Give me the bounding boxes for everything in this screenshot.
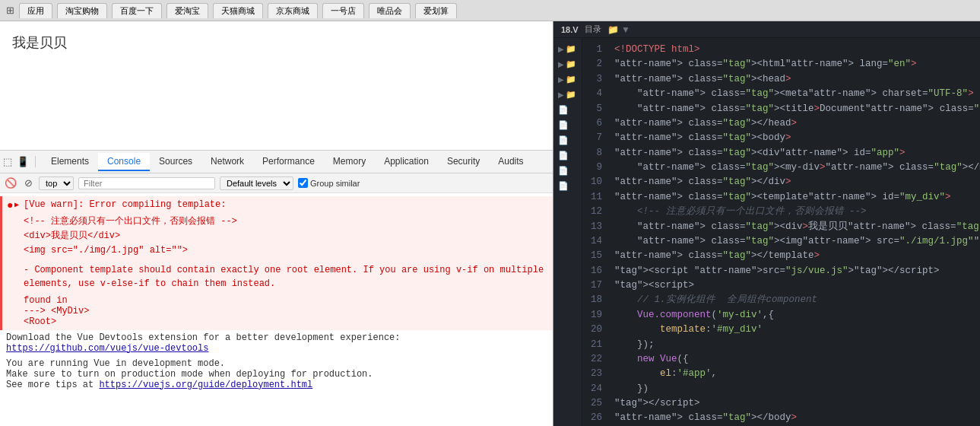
tab-performance[interactable]: Performance xyxy=(253,153,324,171)
file-tree-item-4[interactable]: ▶ 📁 xyxy=(553,87,582,102)
context-select[interactable]: top xyxy=(39,176,74,190)
tab-aihua[interactable]: 爱划算 xyxy=(415,3,457,18)
apps-icon[interactable]: ⊞ xyxy=(6,5,14,16)
file-tree-item-5[interactable]: 📄 xyxy=(553,102,582,117)
file-tree: ▶ 📁 ▶ 📁 ▶ 📁 ▶ 📁 📄 xyxy=(553,38,582,426)
code-line: "attr-name"> class="tag"><html"attr-name… xyxy=(614,57,980,72)
folder-icon-3: 📁 xyxy=(566,75,576,84)
info-devtools-download: Download the Vue Devtools extension for … xyxy=(0,330,553,356)
file-tree-item-1[interactable]: ▶ 📁 xyxy=(553,41,582,56)
deployment-link[interactable]: https://vuejs.org/guide/deployment.html xyxy=(99,380,312,390)
editor-version-label: 18.V xyxy=(561,25,579,34)
tab-yihao[interactable]: 一号店 xyxy=(322,3,364,18)
console-error-block: ● ▶ [Vue warn]: Error compiling template… xyxy=(0,196,553,330)
error-code-line-2: <div>我是贝贝</div> xyxy=(24,229,547,243)
folder-arrow-2: ▶ xyxy=(558,60,564,68)
error-found-text: found in xyxy=(24,295,547,306)
file-tree-item-9[interactable]: 📄 xyxy=(553,163,582,178)
tab-vip[interactable]: 唯品会 xyxy=(369,3,411,18)
code-line: <!DOCTYPE html> xyxy=(614,43,980,57)
file-icon-5: 📄 xyxy=(558,166,569,176)
file-tree-item-2[interactable]: ▶ 📁 xyxy=(553,56,582,72)
group-similar-text: Group similar xyxy=(310,179,360,188)
tab-sources[interactable]: Sources xyxy=(150,153,201,171)
editor-main-area: ▶ 📁 ▶ 📁 ▶ 📁 ▶ 📁 📄 xyxy=(553,38,980,426)
block-button[interactable]: ⊘ xyxy=(23,176,34,190)
code-line: "attr-name"> class="tag"><template"attr-… xyxy=(614,190,980,205)
folder-arrow-1: ▶ xyxy=(558,45,564,53)
tab-console[interactable]: Console xyxy=(98,153,150,171)
code-line: "attr-name"> class="tag"><my-div>"attr-n… xyxy=(614,161,980,175)
code-line: }) xyxy=(614,382,980,396)
file-tree-item-8[interactable]: 📄 xyxy=(553,148,582,163)
error-main-message: [Vue warn]: Error compiling template: xyxy=(24,199,547,210)
tab-network[interactable]: Network xyxy=(201,153,253,171)
code-line: "attr-name"> class="tag"><img"attr-name"… xyxy=(614,234,980,249)
error-description: - Component template should contain exac… xyxy=(24,263,547,291)
file-tree-item-7[interactable]: 📄 xyxy=(553,132,582,148)
file-tree-item-3[interactable]: ▶ 📁 xyxy=(553,72,582,87)
browser-topbar: ⊞ 应用 淘宝购物 百度一下 爱淘宝 天猫商城 京东商城 一号店 唯品会 爱划算 xyxy=(0,0,980,21)
code-line: "attr-name"> class="tag"></div> xyxy=(614,175,980,189)
group-similar-checkbox[interactable] xyxy=(298,178,308,188)
error-expand-icon[interactable]: ▶ xyxy=(14,200,19,209)
devtools-download-text: Download the Vue Devtools extension for … xyxy=(6,332,400,343)
file-icon-4: 📄 xyxy=(558,151,569,161)
file-tree-item-6[interactable]: 📄 xyxy=(553,117,582,132)
code-line: "tag"></script> xyxy=(614,396,980,411)
code-line: "tag"><script "attr-name">src="js/vue.js… xyxy=(614,264,980,278)
code-line: "attr-name"> class="tag"><body> xyxy=(614,131,980,145)
browser-content: 我是贝贝 xyxy=(0,21,553,151)
code-line: "attr-name"> class="tag"><div>我是贝贝"attr-… xyxy=(614,220,980,234)
code-line: "attr-name"> class="tag"><div"attr-name"… xyxy=(614,146,980,161)
devtools-icon-group: ⬚ 📱 xyxy=(3,156,36,167)
info-production-mode: You are running Vue in development mode.… xyxy=(0,356,553,393)
devtools-panel: ⬚ 📱 Elements Console Sources Network Per… xyxy=(0,151,553,426)
file-tree-item-10[interactable]: 📄 xyxy=(553,178,582,193)
code-line: new Vue({ xyxy=(614,352,980,367)
main-layout: 我是贝贝 ⬚ 📱 Elements Console Sources Networ… xyxy=(0,21,980,426)
clear-console-button[interactable]: 🚫 xyxy=(3,176,18,190)
tab-taobao[interactable]: 淘宝购物 xyxy=(57,3,107,18)
tab-application[interactable]: Application xyxy=(375,153,438,171)
code-editor-panel: 18.V 目录 📁 ▼ ▶ 📁 ▶ 📁 ▶ 📁 ▶ xyxy=(553,21,980,426)
tab-tianmao[interactable]: 天猫商城 xyxy=(213,3,263,18)
page-title: 我是贝贝 xyxy=(12,33,541,52)
tab-memory[interactable]: Memory xyxy=(324,153,375,171)
tab-aitaobao[interactable]: 爱淘宝 xyxy=(167,3,208,18)
inspect-icon[interactable]: ⬚ xyxy=(3,156,12,167)
error-component-line-2: <Root> xyxy=(24,316,547,327)
code-line: "attr-name"> class="tag"></body> xyxy=(614,411,980,425)
mobile-icon[interactable]: 📱 xyxy=(17,156,29,167)
file-icon-6: 📄 xyxy=(558,181,569,191)
tab-elements[interactable]: Elements xyxy=(42,153,98,171)
error-code-line-3: <img src="./img/1.jpg" alt=""> xyxy=(24,243,547,258)
code-line: // 1.实例化组件 全局组件component xyxy=(614,293,980,307)
devtools-tabs-bar: ⬚ 📱 Elements Console Sources Network Per… xyxy=(0,151,553,173)
code-editor-content[interactable]: <!DOCTYPE html>"attr-name"> class="tag">… xyxy=(610,38,980,426)
tab-app[interactable]: 应用 xyxy=(19,3,52,18)
file-icon-1: 📄 xyxy=(558,105,569,115)
devtools-toolbar: 🚫 ⊘ top Default levels Group similar xyxy=(0,173,553,193)
filter-input[interactable] xyxy=(78,177,215,189)
tab-baidu[interactable]: 百度一下 xyxy=(112,3,162,18)
code-line: }); xyxy=(614,338,980,352)
code-line: template:'#my_div' xyxy=(614,323,980,337)
tab-audits[interactable]: Audits xyxy=(489,153,532,171)
levels-select[interactable]: Default levels xyxy=(220,176,293,190)
tab-jd[interactable]: 京东商城 xyxy=(268,3,318,18)
folder-icon[interactable]: 📁 ▼ xyxy=(607,24,630,35)
folder-arrow-3: ▶ xyxy=(558,75,564,84)
tab-security[interactable]: Security xyxy=(438,153,489,171)
code-line: "attr-name"> class="tag"><head> xyxy=(614,72,980,87)
code-line: Vue.component('my-div',{ xyxy=(614,308,980,323)
code-line: "attr-name"> class="tag"><meta"attr-name… xyxy=(614,87,980,101)
editor-directory-label: 目录 xyxy=(585,24,601,35)
see-more-text: See more tips at xyxy=(6,380,99,390)
group-similar-label[interactable]: Group similar xyxy=(298,178,360,188)
left-panel: 我是贝贝 ⬚ 📱 Elements Console Sources Networ… xyxy=(0,21,553,426)
production-mode-text-1: You are running Vue in development mode. xyxy=(6,358,225,369)
editor-header: 18.V 目录 📁 ▼ xyxy=(553,21,980,38)
devtools-download-link[interactable]: https://github.com/vuejs/vue-devtools xyxy=(6,343,208,354)
console-output: ● ▶ [Vue warn]: Error compiling template… xyxy=(0,193,553,426)
